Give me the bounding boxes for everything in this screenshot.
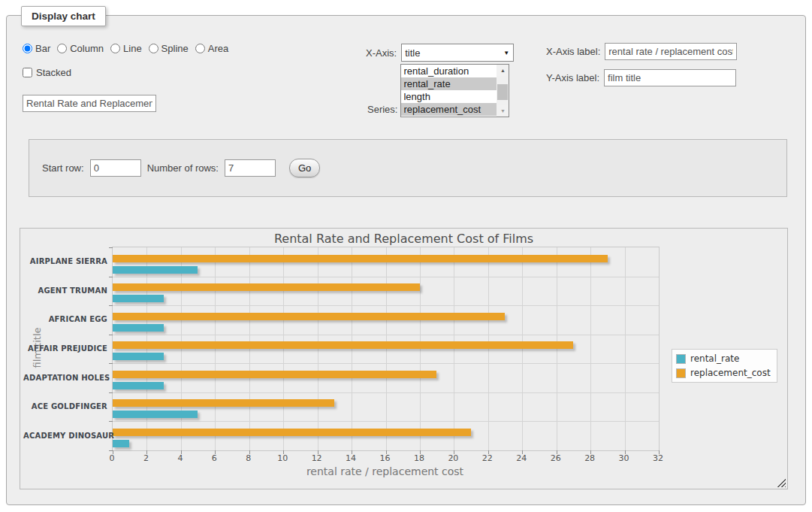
chart-type-radio-line[interactable] [110,44,120,53]
bar-rental_rate [113,382,164,389]
x-tick-label: 10 [277,453,288,463]
scrollbar-down-icon[interactable]: ▼ [497,105,509,117]
y-axis-label-group: Y-Axis label: [546,69,736,86]
x-tick-label: 0 [110,453,115,463]
legend-label: rental_rate [690,353,739,364]
scrollbar-thumb[interactable] [497,84,508,100]
grid-line-horizontal [113,277,659,277]
legend-label: replacement_cost [690,368,771,378]
y-tick-mark [109,335,113,335]
x-tick-label: 6 [212,453,217,463]
bar-rental_rate [113,266,198,274]
legend-item: rental_rate [676,353,771,364]
category-label: AIRPLANE SIERRA [23,257,107,265]
x-axis-label-text: X-Axis: [366,47,397,59]
grid-line-horizontal [113,363,659,364]
bar-replacement_cost [113,313,505,320]
x-axis-select-wrap: title ▼ [401,44,514,62]
chart-type-radio-column[interactable] [57,44,67,53]
scrollbar-up-icon[interactable]: ▲ [497,65,509,76]
x-axis-label-input[interactable] [605,43,737,60]
go-button[interactable]: Go [289,159,320,177]
category-label: AFFAIR PREJUDICE [23,344,107,353]
chart-type-option-column[interactable]: Column [57,43,104,54]
x-axis-title: rental rate / replacement cost [112,465,658,477]
category-label: ACE GOLDFINGER [23,402,107,411]
bar-rental_rate [113,295,164,302]
series-option-replacement_cost[interactable]: replacement_cost [401,103,497,116]
resize-handle-icon[interactable] [776,477,786,487]
series-option-length[interactable]: length [401,90,497,103]
x-axis-select[interactable]: title [401,44,514,62]
panel-legend: Display chart [21,6,106,26]
category-label: ADAPTATION HOLES [23,374,107,382]
legend-item: replacement_cost [676,368,771,378]
bar-rental_rate [113,353,164,360]
chart-title-input[interactable] [23,95,156,112]
chart-type-radio-spline[interactable] [149,44,158,53]
bar-replacement_cost [113,341,573,349]
stacked-label: Stacked [36,67,71,78]
x-tick-label: 22 [482,453,493,463]
grid-line-vertical [625,247,626,450]
y-tick-mark [109,392,113,393]
x-tick-label: 28 [584,453,595,463]
start-row-input[interactable] [90,159,141,177]
x-tick-label: 4 [177,453,183,463]
series-listbox[interactable]: rental_durationrental_ratelengthreplacem… [400,64,509,117]
grid-line-vertical [590,247,591,450]
chart-type-radio-area[interactable] [195,44,205,53]
y-tick-mark [109,450,113,451]
series-group: Series: rental_durationrental_ratelength… [367,64,509,117]
grid-line-horizontal [113,305,659,306]
category-label: AGENT TRUMAN [23,286,107,295]
x-tick-label: 20 [448,453,458,463]
chart-title: Rental Rate and Replacement Cost of Film… [20,232,787,246]
chart-type-text-column: Column [70,43,104,54]
bar-replacement_cost [113,371,436,378]
chart-type-option-spline[interactable]: Spline [149,43,189,54]
y-tick-mark [109,277,113,277]
x-tick-label: 32 [653,453,663,463]
num-rows-label: Number of rows: [147,162,219,174]
series-option-rental_rate[interactable]: rental_rate [401,77,497,90]
legend-swatch [676,354,686,364]
chart-type-radio-bar[interactable] [23,44,32,53]
chart-type-text-line: Line [123,43,142,54]
y-tick-mark [109,305,113,306]
chart-type-option-bar[interactable]: Bar [23,43,50,54]
start-row-label: Start row: [42,162,84,174]
series-scrollbar[interactable]: ▲▼ [497,65,509,117]
x-tick-label: 2 [143,453,149,463]
chart-type-text-area: Area [208,43,228,54]
page: Display chart BarColumnLineSplineArea St… [0,0,812,512]
y-tick-mark [109,421,113,422]
y-axis-label-caption: Y-Axis label: [546,72,599,83]
chart-type-radios: BarColumnLineSplineArea [23,43,228,54]
x-tick-label: 8 [246,453,251,463]
chart-type-text-bar: Bar [35,43,50,54]
y-tick-mark [109,363,113,364]
chart-type-option-line[interactable]: Line [110,43,142,54]
num-rows-input[interactable] [225,159,276,177]
x-tick-label: 24 [516,453,527,463]
category-label: ACADEMY DINOSAUR [23,432,107,440]
chart-type-option-area[interactable]: Area [195,43,228,54]
x-tick-label: 26 [551,453,561,463]
y-axis-label-input[interactable] [604,69,736,86]
grid-line-horizontal [113,392,659,393]
bar-replacement_cost [113,429,471,436]
series-option-rental_duration[interactable]: rental_duration [401,65,497,77]
stacked-checkbox[interactable] [23,68,32,77]
x-tick-label: 18 [414,453,424,463]
chart-container: Rental Rate and Replacement Cost of Film… [20,228,788,489]
bar-rental_rate [113,440,129,447]
x-axis-label-caption: X-Axis label: [546,46,600,57]
x-tick-label: 12 [312,453,322,463]
grid-line-horizontal [113,335,659,335]
x-tick-label: 30 [619,453,629,463]
chart-legend: rental_ratereplacement_cost [672,349,777,383]
legend-swatch [676,368,686,378]
row-range-box: Start row: Number of rows: Go [29,139,787,197]
bar-replacement_cost [113,399,334,407]
